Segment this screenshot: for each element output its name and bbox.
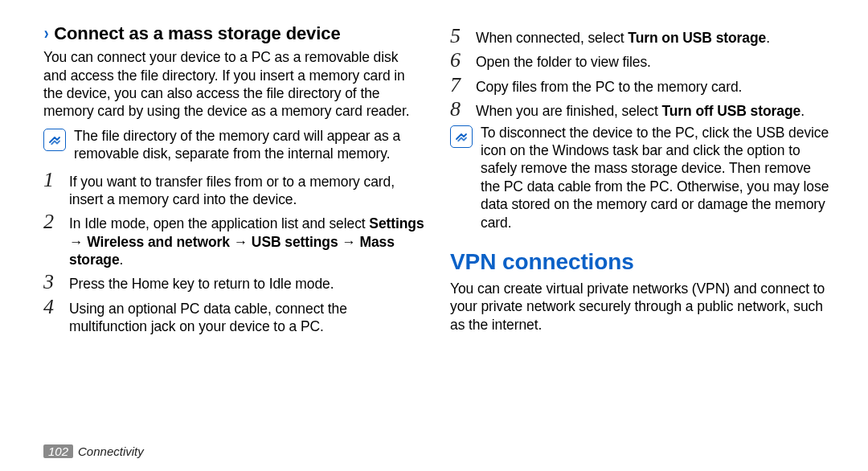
step-number: 3 — [43, 272, 59, 293]
note-block: To disconnect the device to the PC, clic… — [450, 124, 831, 231]
note-text: The file directory of the memory card wi… — [74, 127, 424, 163]
step-number: 1 — [43, 170, 59, 190]
step-item: 6 Open the folder to view files. — [450, 50, 831, 71]
document-page: › Connect as a mass storage device You c… — [0, 0, 868, 471]
note-icon — [43, 129, 66, 151]
section-title: VPN connections — [450, 248, 831, 276]
note-text: To disconnect the device to the PC, clic… — [481, 124, 831, 231]
step-item: 3 Press the Home key to return to Idle m… — [43, 272, 424, 293]
step-text: If you want to transfer files from or to… — [69, 170, 424, 209]
step-text: Press the Home key to return to Idle mod… — [69, 272, 424, 293]
note-icon — [450, 125, 473, 148]
step-item: 1 If you want to transfer files from or … — [43, 170, 424, 209]
steps-list: 1 If you want to transfer files from or … — [43, 170, 424, 336]
page-footer: 102 Connectivity — [43, 444, 144, 458]
step-text: When you are finished, select Turn off U… — [476, 99, 831, 120]
step-number: 6 — [450, 50, 466, 71]
subsection-heading-text: Connect as a mass storage device — [54, 23, 340, 45]
step-item: 4 Using an optional PC data cable, conne… — [43, 297, 424, 336]
right-column: 5 When connected, select Turn on USB sto… — [450, 23, 831, 455]
step-item: 5 When connected, select Turn on USB sto… — [450, 26, 831, 47]
step-number: 2 — [43, 211, 59, 232]
step-number: 7 — [450, 75, 466, 96]
intro-paragraph: You can connect your device to a PC as a… — [43, 48, 424, 121]
chapter-name: Connectivity — [78, 444, 144, 458]
step-text: When connected, select Turn on USB stora… — [476, 26, 831, 47]
steps-list: 5 When connected, select Turn on USB sto… — [450, 26, 831, 121]
step-number: 4 — [43, 297, 59, 317]
step-text: Copy files from the PC to the memory car… — [476, 75, 831, 96]
step-text: Open the folder to view files. — [476, 50, 831, 71]
left-column: › Connect as a mass storage device You c… — [43, 23, 424, 455]
step-item: 8 When you are finished, select Turn off… — [450, 99, 831, 120]
step-item: 7 Copy files from the PC to the memory c… — [450, 75, 831, 96]
page-number: 102 — [43, 444, 73, 458]
chevron-right-icon: › — [44, 23, 49, 45]
note-block: The file directory of the memory card wi… — [43, 127, 424, 163]
subsection-heading: › Connect as a mass storage device — [43, 23, 424, 45]
step-text: Using an optional PC data cable, connect… — [69, 297, 424, 336]
section-intro: You can create virtual private networks … — [450, 280, 831, 334]
step-text: In Idle mode, open the application list … — [69, 211, 424, 268]
step-number: 5 — [450, 26, 466, 47]
step-item: 2 In Idle mode, open the application lis… — [43, 211, 424, 268]
step-number: 8 — [450, 99, 466, 120]
